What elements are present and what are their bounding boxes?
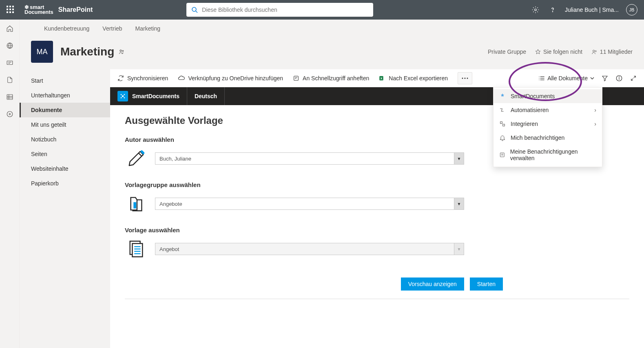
chevron-down-icon [590,77,594,79]
svg-line-1 [196,11,197,13]
start-button[interactable]: Starten [470,278,503,291]
bell-icon [499,134,506,141]
svg-point-0 [192,7,196,11]
nav-item-sitecontents[interactable]: Websiteinhalte [20,161,110,176]
svg-point-3 [552,11,553,12]
files-icon[interactable] [6,76,14,84]
menu-integrate[interactable]: Integrieren › [494,117,602,131]
nav-item-recycle[interactable]: Papierkorb [20,176,110,191]
sync-icon [117,75,124,81]
sync-button[interactable]: Synchronisieren [117,75,168,81]
excel-icon: X [379,75,385,81]
app-name: SharePoint [58,6,93,13]
svg-point-15 [120,50,122,51]
menu-alert-me[interactable]: Mich benachrichtigen [494,131,602,145]
menu-manage-alerts[interactable]: Meine Benachrichtigungen verwalten [494,145,602,165]
dropdown-arrow-icon: ▼ [454,243,464,255]
export-excel-button[interactable]: X Nach Excel exportieren [379,75,448,81]
search-input[interactable] [202,7,368,13]
pin-button[interactable]: An Schnellzugriff anheften [293,75,369,81]
create-icon[interactable] [6,110,14,118]
people-icon [591,49,598,55]
svg-point-19 [595,51,596,52]
svg-rect-54 [132,244,142,257]
sd-root-tab[interactable]: SmartDocuments [110,87,187,105]
menu-smartdocuments[interactable]: SmartDocuments [494,89,602,103]
site-nav: Start Unterhaltungen Dokumente Mit uns g… [20,69,110,348]
news-icon[interactable] [6,59,14,67]
help-icon[interactable] [548,5,558,15]
nav-item-conversations[interactable]: Unterhaltungen [20,88,110,103]
filter-icon[interactable] [602,75,608,81]
settings-icon[interactable] [531,5,540,15]
svg-text:X: X [381,77,383,80]
logo-bottom: Documents [24,10,53,15]
pin-icon [293,75,299,81]
app-launcher-icon[interactable] [7,6,15,14]
nav-item-notebook[interactable]: Notizbuch [20,132,110,147]
view-selector[interactable]: Alle Dokumente [538,75,594,81]
main-panel: Synchronisieren Verknüpfung zu OneDrive … [110,69,644,348]
nav-item-start[interactable]: Start [20,73,110,88]
members-link[interactable]: 11 Mitglieder [591,48,633,55]
svg-point-16 [122,51,124,52]
svg-line-48 [121,95,123,96]
svg-rect-5 [7,61,13,65]
group-select[interactable]: Angebote ▼ [155,198,464,210]
svg-marker-34 [602,76,607,81]
follow-toggle[interactable]: Sie folgen nicht [535,48,582,55]
globe-icon[interactable] [6,42,14,50]
svg-rect-38 [500,122,502,124]
user-name-label[interactable]: Juliane Buch | Sma... [565,7,619,13]
svg-rect-20 [294,76,299,81]
onedrive-icon [178,75,185,81]
hub-link[interactable]: Vertrieb [102,25,122,32]
list-view-icon [538,75,545,81]
info-icon[interactable] [615,75,623,82]
preview-button[interactable]: Vorschau anzeigen [401,278,464,291]
hub-link[interactable]: Marketing [135,25,160,32]
folder-open-icon [125,192,148,215]
svg-point-2 [535,9,537,11]
hub-link[interactable]: Kundenbetreuung [44,25,89,32]
template-select[interactable]: Angebot ▼ [155,243,464,255]
svg-line-51 [123,96,124,98]
chevron-right-icon: › [594,121,596,127]
nav-item-documents[interactable]: Dokumente [20,103,110,117]
integrate-icon [499,121,506,127]
hub-nav: Kundenbetreuung Vertrieb Marketing [20,20,644,37]
site-tile[interactable]: MA [31,41,53,63]
expand-icon[interactable] [630,75,637,81]
svg-point-37 [619,77,619,77]
svg-marker-17 [536,49,540,54]
svg-point-18 [593,50,594,51]
breadcrumb-item[interactable]: Deutsch [187,87,225,105]
svg-line-49 [123,95,124,96]
pencil-icon [125,147,148,170]
home-icon[interactable] [6,24,14,33]
smartdocuments-icon [499,93,506,99]
template-label: Vorlage auswählen [125,227,629,233]
suite-header: ❄smart Documents SharePoint Juliane Buch… [0,0,644,20]
site-title: Marketing [60,45,114,58]
tenant-logo[interactable]: ❄smart Documents SharePoint [24,5,93,15]
more-actions-button[interactable] [458,72,472,84]
group-label: Vorlagegruppe auswählen [125,181,629,188]
command-bar: Synchronisieren Verknüpfung zu OneDrive … [110,69,644,87]
dropdown-arrow-icon: ▼ [454,153,464,164]
privacy-label: Private Gruppe [488,48,526,55]
lists-icon[interactable] [6,93,14,101]
menu-automate[interactable]: Automatisieren › [494,103,602,117]
document-icon [125,238,148,260]
svg-point-27 [467,78,468,79]
nav-item-pages[interactable]: Seiten [20,147,110,161]
author-select[interactable]: Buch, Juliane ▼ [155,152,464,165]
chevron-right-icon: › [594,107,596,113]
nav-item-shared[interactable]: Mit uns geteilt [20,117,110,132]
onedrive-shortcut-button[interactable]: Verknüpfung zu OneDrive hinzufügen [178,75,283,81]
svg-point-25 [462,78,463,79]
search-box[interactable] [186,3,373,17]
teams-icon[interactable] [118,48,125,55]
user-avatar[interactable]: JB [626,4,637,15]
alerts-list-icon [499,152,505,158]
